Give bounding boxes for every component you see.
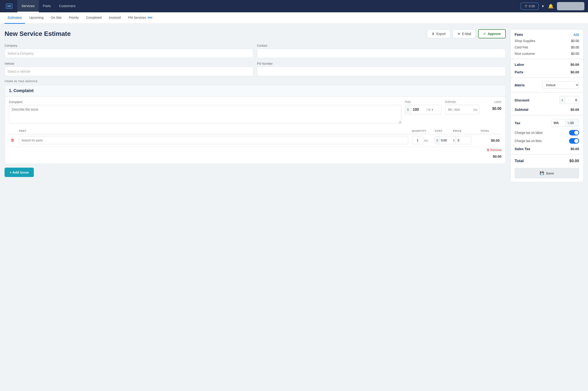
rate-prefix: $: [405, 105, 411, 114]
tab-on-site[interactable]: On Site: [48, 12, 65, 24]
export-button[interactable]: ⬇ Export: [427, 29, 450, 38]
table-row: 🗑 ea. $: [9, 134, 501, 146]
add-issue-label: + Add Issue: [9, 170, 29, 174]
save-icon: 💾: [540, 171, 544, 175]
top-navigation: ets Services Parts Customers ⏱ 0:00 ▾ 🔔: [0, 0, 588, 12]
labor-col-label: Labor: [483, 100, 501, 103]
labor-value: $0.00: [483, 105, 501, 111]
qty-unit-label: ea.: [424, 139, 428, 142]
left-panel: New Service Estimate ⬇ Export ✉ E-Mail ✓…: [4, 29, 506, 386]
service-card-1: 1. Complaint Complaint Rate $: [4, 85, 506, 164]
sales-tax-value: $0.00: [570, 147, 579, 151]
parts-summary-label: Parts: [515, 70, 523, 74]
delete-part-button[interactable]: 🗑: [11, 138, 14, 142]
rate-input[interactable]: [411, 107, 425, 112]
vehicle-label: Vehicle: [4, 62, 253, 65]
email-icon: ✉: [458, 32, 460, 36]
labor-group: Labor $0.00: [483, 100, 501, 111]
approve-label: Approve: [488, 32, 501, 36]
tab-pm-services[interactable]: PM Services beta: [125, 12, 156, 24]
po-number-input[interactable]: [257, 67, 506, 76]
approve-button[interactable]: ✓ Approve: [478, 29, 506, 38]
tax-input-wrap: %: [551, 119, 579, 127]
remove-part-button[interactable]: 🗑 Remove: [487, 148, 501, 152]
estimate-input[interactable]: [445, 108, 472, 111]
parts-table: PART QUANTITY COST PRICE TOTAL 🗑: [9, 128, 501, 160]
fee-card-fee-value: $0.00: [571, 45, 579, 49]
discount-input-wrap: $: [559, 96, 579, 104]
rate-chevron-icon: ▾: [432, 108, 433, 111]
remove-row: 🗑 Remove: [9, 146, 501, 153]
row-cost-cell: $: [433, 136, 451, 144]
fee-nice-customer-value: $0.00: [571, 52, 579, 56]
sales-tax-label: Sales Tax: [515, 147, 530, 151]
tab-estimates[interactable]: Estimates: [4, 12, 25, 24]
right-panel: Fees Add Shop Supplies $0.00 Card Fee $0…: [510, 29, 584, 386]
fees-header: Fees Add: [510, 29, 583, 38]
tab-upcoming[interactable]: Upcoming: [26, 12, 47, 24]
charge-tax-labor-row: Charge tax on labor: [510, 129, 583, 137]
email-label: E-Mail: [462, 32, 471, 36]
beta-badge: beta: [147, 16, 153, 19]
parts-col-part: PART: [17, 129, 410, 132]
vehicle-input[interactable]: [4, 67, 253, 76]
row-price-cell: $: [451, 136, 479, 144]
fee-card-fee: Card Fee $0.00: [510, 44, 583, 50]
row-total-cell: $0.00: [479, 138, 501, 142]
matrix-select[interactable]: Default: [543, 82, 579, 89]
complaint-textarea[interactable]: [9, 105, 401, 123]
row-qty-cell: ea.: [410, 136, 433, 144]
notification-bell-button[interactable]: 🔔: [547, 2, 555, 10]
charge-tax-fees-toggle[interactable]: [569, 138, 579, 144]
labor-summary-value: $0.00: [570, 63, 579, 67]
po-number-group: PO Number: [257, 62, 506, 76]
row-delete-cell: 🗑: [9, 138, 17, 142]
nav-item-services[interactable]: Services: [17, 0, 39, 12]
save-button[interactable]: 💾 Save: [515, 168, 579, 178]
vehicle-po-row: Vehicle PO Number: [4, 62, 506, 76]
main-content: New Service Estimate ⬇ Export ✉ E-Mail ✓…: [0, 24, 588, 391]
price-input[interactable]: [456, 136, 472, 144]
divider-1: [510, 59, 583, 59]
tax-label: Tax: [515, 121, 520, 125]
nav-item-parts[interactable]: Parts: [39, 0, 55, 12]
company-input[interactable]: [4, 49, 253, 58]
complaint-textarea-group: Complaint: [9, 100, 401, 124]
fee-nice-customer: Nice customer $0.00: [510, 50, 583, 57]
rate-suffix[interactable]: / hr ▾: [425, 108, 435, 111]
subtotal-value: $0.00: [570, 107, 579, 111]
service-card-title: 1. Complaint: [9, 88, 34, 93]
part-search-input[interactable]: [19, 136, 408, 144]
charge-tax-labor-toggle[interactable]: [569, 130, 579, 135]
fee-nice-customer-name: Nice customer: [515, 52, 535, 56]
tab-invoiced[interactable]: Invoiced: [105, 12, 124, 24]
parts-col-qty: QUANTITY: [410, 129, 433, 132]
nav-item-customers[interactable]: Customers: [55, 0, 80, 12]
quantity-input[interactable]: [412, 136, 423, 144]
tab-completed[interactable]: Completed: [83, 12, 105, 24]
row-total: $0.00: [9, 153, 501, 160]
row-part-cell: [17, 136, 410, 144]
parts-col-total: TOTAL: [479, 129, 501, 132]
add-issue-button[interactable]: + Add Issue: [4, 168, 34, 177]
tab-priority[interactable]: Priority: [66, 12, 82, 24]
parts-summary-row: Parts $0.00: [510, 68, 583, 76]
fee-shop-supplies-value: $0.00: [571, 39, 579, 43]
company-group: Company: [4, 44, 253, 58]
contact-input[interactable]: [257, 49, 506, 58]
fees-add-link[interactable]: Add: [573, 33, 579, 37]
chevron-down-button[interactable]: ▾: [541, 3, 545, 9]
user-button[interactable]: [557, 2, 584, 10]
estimate-label: Estimate: [445, 100, 480, 103]
tax-percent-input[interactable]: [570, 121, 577, 125]
divider-5: [510, 154, 583, 155]
fee-shop-supplies-name: Shop Supplies: [515, 39, 535, 43]
discount-input[interactable]: [565, 98, 579, 102]
timer-button[interactable]: ⏱ 0:00: [521, 2, 539, 10]
sales-tax-row: Sales Tax $0.00: [510, 145, 583, 153]
tax-state-input[interactable]: [552, 121, 565, 125]
tax-row: Tax %: [510, 117, 583, 129]
parts-col-delete: [9, 129, 17, 132]
email-button[interactable]: ✉ E-Mail: [453, 29, 476, 38]
app-logo: ets: [4, 1, 15, 11]
